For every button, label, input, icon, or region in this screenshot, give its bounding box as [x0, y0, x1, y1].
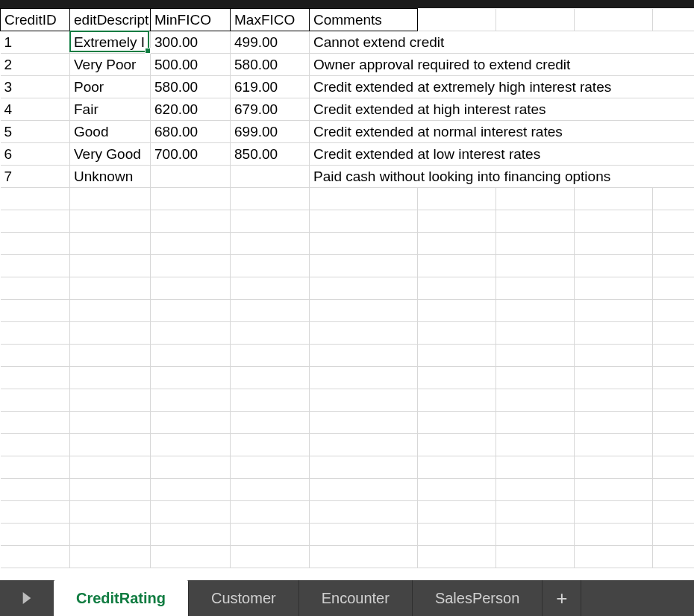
empty-cell[interactable] — [418, 456, 496, 479]
empty-cell[interactable] — [496, 546, 575, 568]
empty-cell[interactable] — [418, 210, 496, 233]
cell-description[interactable]: Very Poor — [70, 54, 151, 76]
cell-creditid[interactable]: 1 — [1, 31, 70, 54]
empty-row[interactable] — [1, 546, 695, 568]
empty-cell[interactable] — [70, 389, 151, 412]
empty-cell[interactable] — [151, 233, 231, 255]
col-header-maxfico[interactable]: MaxFICO — [231, 9, 310, 31]
empty-cell[interactable] — [653, 9, 695, 31]
cell-maxfico[interactable]: 619.00 — [231, 76, 310, 98]
empty-row[interactable] — [1, 434, 695, 456]
cell-minfico[interactable]: 580.00 — [151, 76, 231, 98]
cell-maxfico[interactable]: 699.00 — [231, 121, 310, 143]
empty-row[interactable] — [1, 277, 695, 300]
empty-cell[interactable] — [310, 434, 418, 456]
empty-cell[interactable] — [575, 546, 653, 568]
empty-cell[interactable] — [418, 277, 496, 300]
empty-cell[interactable] — [575, 345, 653, 367]
empty-cell[interactable] — [151, 479, 231, 501]
empty-cell[interactable] — [496, 255, 575, 277]
cell-description[interactable]: Very Good — [70, 143, 151, 166]
empty-row[interactable] — [1, 255, 695, 277]
empty-cell[interactable] — [653, 434, 695, 456]
empty-cell[interactable] — [653, 300, 695, 322]
empty-cell[interactable] — [70, 501, 151, 524]
cell-maxfico[interactable]: 850.00 — [231, 143, 310, 166]
col-header-comments[interactable]: Comments — [310, 9, 418, 31]
empty-cell[interactable] — [1, 322, 70, 345]
worksheet-grid[interactable]: CreditID editDescript MinFICO MaxFICO Co… — [0, 8, 694, 580]
empty-cell[interactable] — [653, 188, 695, 210]
empty-cell[interactable] — [70, 367, 151, 389]
empty-cell[interactable] — [575, 367, 653, 389]
cell-comments[interactable]: Owner approval required to extend credit — [310, 54, 695, 76]
cell-maxfico[interactable]: 679.00 — [231, 98, 310, 121]
empty-row[interactable] — [1, 322, 695, 345]
table-row[interactable]: 7UnknownPaid cash without looking into f… — [1, 166, 695, 188]
cell-minfico[interactable]: 680.00 — [151, 121, 231, 143]
empty-cell[interactable] — [418, 9, 496, 31]
empty-cell[interactable] — [231, 501, 310, 524]
empty-cell[interactable] — [418, 546, 496, 568]
empty-cell[interactable] — [1, 501, 70, 524]
empty-cell[interactable] — [231, 345, 310, 367]
add-sheet-button[interactable]: + — [543, 580, 581, 616]
empty-cell[interactable] — [70, 479, 151, 501]
empty-cell[interactable] — [653, 210, 695, 233]
empty-cell[interactable] — [575, 210, 653, 233]
empty-cell[interactable] — [575, 322, 653, 345]
empty-cell[interactable] — [575, 412, 653, 434]
cell-minfico[interactable] — [151, 166, 231, 188]
empty-cell[interactable] — [310, 210, 418, 233]
empty-cell[interactable] — [575, 456, 653, 479]
empty-cell[interactable] — [575, 233, 653, 255]
table-row[interactable]: 5Good680.00699.00Credit extended at norm… — [1, 121, 695, 143]
cells-table[interactable]: CreditID editDescript MinFICO MaxFICO Co… — [0, 8, 694, 568]
table-row[interactable]: 4Fair620.00679.00Credit extended at high… — [1, 98, 695, 121]
empty-cell[interactable] — [70, 233, 151, 255]
empty-cell[interactable] — [310, 479, 418, 501]
empty-cell[interactable] — [231, 434, 310, 456]
empty-cell[interactable] — [231, 412, 310, 434]
empty-cell[interactable] — [70, 255, 151, 277]
empty-cell[interactable] — [231, 456, 310, 479]
empty-cell[interactable] — [151, 210, 231, 233]
empty-cell[interactable] — [231, 367, 310, 389]
empty-row[interactable] — [1, 367, 695, 389]
empty-row[interactable] — [1, 456, 695, 479]
empty-cell[interactable] — [575, 300, 653, 322]
empty-cell[interactable] — [575, 188, 653, 210]
empty-cell[interactable] — [1, 456, 70, 479]
empty-cell[interactable] — [653, 322, 695, 345]
cell-creditid[interactable]: 2 — [1, 54, 70, 76]
col-header-creditid[interactable]: CreditID — [1, 9, 70, 31]
empty-cell[interactable] — [151, 434, 231, 456]
empty-cell[interactable] — [151, 456, 231, 479]
empty-cell[interactable] — [151, 322, 231, 345]
cell-description[interactable]: Good — [70, 121, 151, 143]
empty-cell[interactable] — [496, 479, 575, 501]
cell-creditid[interactable]: 5 — [1, 121, 70, 143]
empty-cell[interactable] — [231, 389, 310, 412]
empty-row[interactable] — [1, 501, 695, 524]
empty-cell[interactable] — [418, 188, 496, 210]
empty-cell[interactable] — [151, 389, 231, 412]
empty-cell[interactable] — [231, 210, 310, 233]
empty-row[interactable] — [1, 233, 695, 255]
cell-creditid[interactable]: 3 — [1, 76, 70, 98]
empty-cell[interactable] — [151, 524, 231, 546]
empty-cell[interactable] — [151, 255, 231, 277]
empty-cell[interactable] — [418, 255, 496, 277]
cell-comments[interactable]: Cannot extend credit — [310, 31, 695, 54]
cell-maxfico[interactable]: 580.00 — [231, 54, 310, 76]
empty-cell[interactable] — [1, 389, 70, 412]
empty-cell[interactable] — [1, 345, 70, 367]
empty-cell[interactable] — [231, 524, 310, 546]
table-row[interactable]: 1Extremely I300.00499.00Cannot extend cr… — [1, 31, 695, 54]
empty-cell[interactable] — [1, 434, 70, 456]
empty-cell[interactable] — [1, 367, 70, 389]
empty-cell[interactable] — [151, 367, 231, 389]
empty-cell[interactable] — [653, 367, 695, 389]
empty-row[interactable] — [1, 300, 695, 322]
empty-cell[interactable] — [496, 9, 575, 31]
